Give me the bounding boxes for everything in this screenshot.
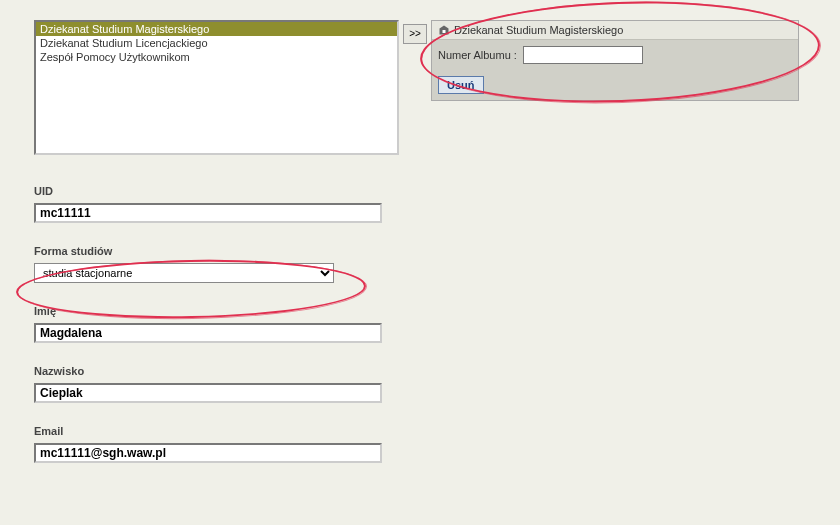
panel-footer: Usuń bbox=[432, 70, 798, 100]
uid-field: UID bbox=[34, 185, 838, 223]
building-icon bbox=[438, 24, 450, 36]
nazwisko-label: Nazwisko bbox=[34, 365, 838, 377]
selected-dean-panel: Dziekanat Studium Magisterskiego Numer A… bbox=[431, 20, 799, 101]
nazwisko-input[interactable] bbox=[34, 383, 382, 403]
uid-label: UID bbox=[34, 185, 838, 197]
email-input[interactable] bbox=[34, 443, 382, 463]
panel-header-label: Dziekanat Studium Magisterskiego bbox=[454, 24, 623, 36]
listbox-item[interactable]: Dziekanat Studium Licencjackiego bbox=[36, 36, 397, 50]
forma-field: Forma studiów studia stacjonarne bbox=[34, 245, 838, 283]
move-right-button[interactable]: >> bbox=[403, 24, 427, 44]
imie-field: Imię bbox=[34, 305, 838, 343]
delete-button[interactable]: Usuń bbox=[438, 76, 484, 94]
forma-label: Forma studiów bbox=[34, 245, 838, 257]
page-container: Dziekanat Studium Magisterskiego Dziekan… bbox=[0, 0, 840, 525]
imie-label: Imię bbox=[34, 305, 838, 317]
email-label: Email bbox=[34, 425, 838, 437]
album-number-input[interactable] bbox=[523, 46, 643, 64]
listbox-item[interactable]: Dziekanat Studium Magisterskiego bbox=[36, 22, 397, 36]
dean-office-listbox[interactable]: Dziekanat Studium Magisterskiego Dziekan… bbox=[34, 20, 399, 155]
nazwisko-field: Nazwisko bbox=[34, 365, 838, 403]
listbox-item[interactable]: Zespół Pomocy Użytkownikom bbox=[36, 50, 397, 64]
move-buttons: >> bbox=[403, 24, 427, 44]
email-field: Email bbox=[34, 425, 838, 463]
top-row: Dziekanat Studium Magisterskiego Dziekan… bbox=[34, 20, 838, 155]
panel-header: Dziekanat Studium Magisterskiego bbox=[432, 21, 798, 40]
form-area: UID Forma studiów studia stacjonarne Imi… bbox=[34, 185, 838, 463]
svg-rect-0 bbox=[443, 30, 446, 33]
panel-body: Numer Albumu : bbox=[432, 40, 798, 70]
album-number-label: Numer Albumu : bbox=[438, 49, 517, 61]
forma-select[interactable]: studia stacjonarne bbox=[34, 263, 334, 283]
uid-input[interactable] bbox=[34, 203, 382, 223]
imie-input[interactable] bbox=[34, 323, 382, 343]
